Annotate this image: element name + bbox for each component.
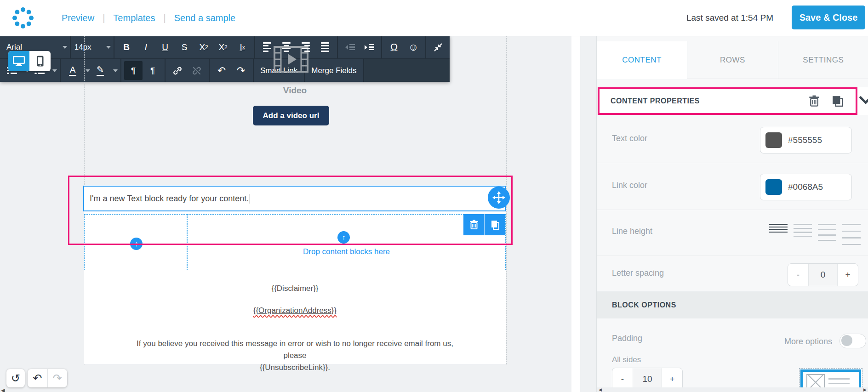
text-color-button[interactable]: A bbox=[63, 61, 82, 80]
emoji-button[interactable]: ☺ bbox=[404, 38, 423, 57]
align-left-button[interactable] bbox=[258, 38, 276, 57]
remove-link-button[interactable] bbox=[188, 61, 206, 80]
tab-settings[interactable]: SETTINGS bbox=[778, 41, 868, 79]
duplicate-block-button[interactable] bbox=[832, 95, 844, 107]
letter-spacing-value: 0 bbox=[808, 264, 838, 286]
undo-button-canvas[interactable]: ↶ bbox=[28, 369, 47, 387]
padding-decrease-button[interactable]: - bbox=[612, 368, 633, 390]
tab-content[interactable]: CONTENT bbox=[597, 41, 687, 79]
padding-value: 10 bbox=[633, 368, 662, 390]
block-options-header: BLOCK OPTIONS bbox=[597, 292, 868, 318]
format-group: B I U S X2 X2 Ix bbox=[114, 36, 254, 58]
letter-spacing-row: Letter spacing - 0 + bbox=[597, 256, 868, 292]
save-close-button[interactable]: Save & Close bbox=[792, 6, 865, 29]
scroll-left-arrow[interactable]: ◀ bbox=[1, 387, 5, 392]
insert-link-button[interactable] bbox=[168, 61, 187, 80]
more-options-label: More options bbox=[784, 337, 832, 347]
letter-spacing-increase-button[interactable]: + bbox=[838, 264, 858, 286]
italic-button[interactable]: I bbox=[137, 38, 155, 57]
panel-horizontal-scrollbar[interactable]: ◀ ▶ bbox=[597, 387, 868, 392]
clear-formatting-button[interactable]: Ix bbox=[233, 38, 251, 57]
special-character-button[interactable]: Ω bbox=[385, 38, 403, 57]
unsubscribe-text[interactable]: If you believe you received this message… bbox=[84, 338, 506, 374]
add-video-url-button[interactable]: Add a video url bbox=[253, 106, 329, 125]
line-height-option-1[interactable] bbox=[769, 224, 788, 245]
scroll-right-arrow[interactable]: ▶ bbox=[863, 387, 867, 392]
copy-icon bbox=[832, 95, 844, 107]
text-color-swatch bbox=[765, 132, 782, 148]
redo-button-canvas[interactable]: ↷ bbox=[47, 369, 68, 387]
letter-spacing-decrease-button[interactable]: - bbox=[788, 264, 808, 286]
unlink-icon bbox=[192, 66, 201, 75]
nav-send-sample-link[interactable]: Send a sample bbox=[174, 13, 235, 23]
letter-spacing-stepper: - 0 + bbox=[788, 263, 858, 286]
text-color-picker[interactable]: #555555 bbox=[760, 127, 852, 153]
redo-button[interactable]: ↷ bbox=[232, 61, 250, 80]
mobile-view-button[interactable] bbox=[29, 51, 51, 71]
bold-button[interactable]: B bbox=[117, 38, 136, 57]
device-preview-toggle bbox=[8, 51, 51, 71]
desktop-icon bbox=[13, 56, 25, 66]
padding-increase-button[interactable]: + bbox=[662, 368, 682, 390]
font-family-value: Arial bbox=[3, 43, 59, 52]
collapse-section-chevron-icon[interactable] bbox=[859, 93, 868, 107]
align-right-button[interactable] bbox=[297, 38, 315, 57]
copy-icon bbox=[491, 220, 500, 230]
desktop-view-button[interactable] bbox=[8, 51, 29, 71]
letter-spacing-label: Letter spacing bbox=[612, 268, 664, 278]
history-button[interactable]: ↺ bbox=[6, 369, 25, 387]
paragraph-ltr-button[interactable]: ¶ bbox=[124, 61, 143, 80]
tab-rows[interactable]: ROWS bbox=[687, 41, 777, 79]
undo-button[interactable]: ↶ bbox=[212, 61, 231, 80]
mobile-icon bbox=[37, 56, 44, 67]
line-height-option-2[interactable] bbox=[794, 224, 812, 245]
duplicate-row-button[interactable] bbox=[484, 214, 505, 235]
text-caret bbox=[250, 194, 250, 204]
disclaimer-field[interactable]: {{Disclaimer}} bbox=[84, 284, 506, 293]
chevron-down-icon bbox=[63, 46, 67, 49]
delete-block-button[interactable] bbox=[809, 95, 820, 107]
nav-preview-link[interactable]: Preview bbox=[62, 13, 94, 23]
organization-address-field[interactable]: {{OrganizationAddress}} bbox=[84, 306, 506, 315]
paragraph-rtl-button[interactable]: ¶ bbox=[143, 61, 162, 80]
settings-panel: CONTENT ROWS SETTINGS CONTENT PROPERTIES bbox=[596, 36, 868, 392]
link-color-row: Link color #0068A5 bbox=[597, 163, 868, 210]
underline-button[interactable]: U bbox=[156, 38, 174, 57]
panel-tabs: CONTENT ROWS SETTINGS bbox=[597, 41, 868, 79]
line-height-label: Line height bbox=[612, 227, 652, 236]
drop-hint-text: Drop content blocks here bbox=[187, 247, 506, 256]
indent-button[interactable] bbox=[360, 38, 378, 57]
line-height-option-4[interactable] bbox=[842, 224, 861, 245]
email-builder-app: Preview | Templates | Send a sample Last… bbox=[0, 0, 868, 392]
text-block-editor[interactable]: I'm a new Text block ready for your cont… bbox=[83, 186, 506, 211]
outdent-button[interactable] bbox=[341, 38, 359, 57]
link-color-picker[interactable]: #0068A5 bbox=[760, 174, 852, 200]
delete-row-button[interactable] bbox=[463, 214, 484, 235]
superscript-button[interactable]: X2 bbox=[194, 38, 213, 57]
text-block-content: I'm a new Text block ready for your cont… bbox=[90, 194, 249, 204]
link-color-value: #0068A5 bbox=[788, 182, 823, 192]
all-sides-label: All sides bbox=[612, 355, 641, 364]
drop-target-arrow-icon: ↑ bbox=[337, 231, 350, 244]
last-saved-status: Last saved at 1:54 PM bbox=[686, 0, 773, 36]
strikethrough-button[interactable]: S bbox=[175, 38, 194, 57]
highlight-color-button[interactable]: ✎ bbox=[91, 61, 109, 80]
top-bar: Preview | Templates | Send a sample Last… bbox=[0, 0, 868, 36]
chevron-down-icon[interactable] bbox=[52, 69, 57, 72]
align-justify-button[interactable] bbox=[316, 38, 334, 57]
link-color-label: Link color bbox=[612, 181, 647, 190]
nav-divider: | bbox=[103, 13, 105, 23]
app-logo-icon bbox=[12, 7, 34, 29]
align-center-button[interactable] bbox=[277, 38, 296, 57]
drag-move-handle[interactable] bbox=[488, 187, 510, 209]
video-block-label: Video bbox=[84, 85, 506, 96]
drop-target-arrow-icon: ↑ bbox=[130, 238, 143, 250]
text-color-row: Text color #555555 bbox=[597, 116, 868, 163]
subscript-button[interactable]: X2 bbox=[214, 38, 232, 57]
nav-templates-link[interactable]: Templates bbox=[113, 13, 155, 23]
scroll-left-arrow[interactable]: ◀ bbox=[599, 387, 602, 392]
padding-label: Padding bbox=[612, 334, 642, 343]
top-nav: Preview | Templates | Send a sample bbox=[62, 0, 235, 36]
line-height-option-3[interactable] bbox=[818, 224, 836, 245]
more-options-toggle[interactable] bbox=[839, 334, 866, 348]
